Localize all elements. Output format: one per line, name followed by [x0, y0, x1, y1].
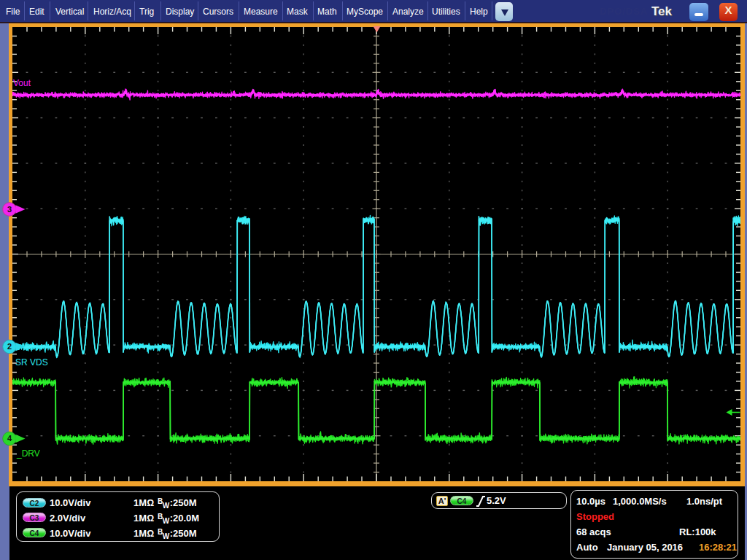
svg-text:Vout: Vout: [13, 78, 31, 88]
svg-text:3: 3: [7, 205, 12, 214]
svg-text:SR VDS: SR VDS: [15, 357, 48, 368]
svg-text:2: 2: [7, 342, 12, 351]
svg-text:4: 4: [7, 434, 12, 443]
svg-text:_DRV: _DRV: [16, 448, 40, 459]
